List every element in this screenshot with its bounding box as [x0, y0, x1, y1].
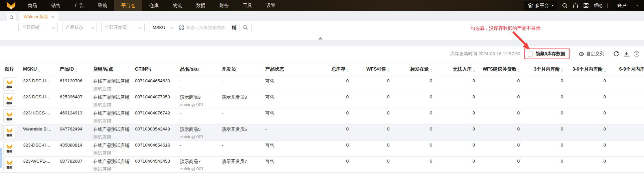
nav-item-warehouse[interactable]: 仓库: [142, 0, 166, 11]
cell-developer: 演示开发员5: [217, 124, 261, 141]
batch-search-icon[interactable]: [179, 25, 184, 30]
cell-developer: 演示开发员3: [217, 92, 261, 108]
sort-icon[interactable]: [75, 69, 77, 72]
nav-item-ads[interactable]: 广告: [67, 0, 91, 11]
table-row[interactable]: 赛狐323H-DCS-...469124913在线产品测试店铺测试店铺00710…: [0, 108, 644, 124]
inventory-panel: 库存更新时间:2024-05-16 12:57:00 隐藏0库存数据 自定义列 …: [0, 46, 644, 174]
home-tab-button[interactable]: [7, 13, 16, 21]
nav-item-products[interactable]: 商品: [21, 0, 44, 11]
help-link[interactable]: 帮助: [594, 3, 603, 9]
divider: [574, 52, 574, 57]
nav-item-settings[interactable]: 设置: [259, 0, 283, 11]
cell-inbound: 0: [395, 157, 438, 173]
nav-menu: 商品销售广告采购平台仓仓库物流数据财务工具设置: [21, 0, 283, 11]
table-row[interactable]: 赛狐323-DCS-H...625396487在线产品测试店铺测试店铺00710…: [0, 92, 644, 108]
cell-image: 赛狐: [0, 76, 18, 92]
col-header-msku[interactable]: MSKU: [18, 62, 55, 76]
table-row[interactable]: 赛狐323-DSC-H...619120706在线产品测试店铺测试店铺00710…: [0, 76, 644, 92]
col-header-gtin: GTIN码: [130, 62, 175, 76]
developer-filter-select[interactable]: 全部开发员: [101, 23, 145, 32]
sort-icon[interactable]: [518, 69, 520, 72]
cell-msku: 323-DSC-H...: [18, 141, 55, 157]
cell-age-3-6m: 0: [569, 141, 611, 157]
product-status-select[interactable]: 产品状态: [62, 23, 97, 32]
thumbnail-brand-label: 赛狐: [6, 150, 12, 153]
developer-filter-value: 全部开发员: [105, 24, 127, 30]
product-thumbnail: 赛狐: [3, 158, 15, 171]
cell-product-id: 947762494: [55, 124, 89, 141]
cell-total-stock: 0: [306, 108, 354, 124]
multi-platform-selector[interactable]: 多平台: [524, 1, 557, 10]
multi-platform-label: 多平台: [535, 3, 549, 9]
question-help-icon[interactable]: ?: [634, 51, 639, 57]
cell-name-sku: --: [175, 108, 217, 124]
cell-store-site: 在线产品测试店铺测试店铺: [89, 92, 130, 108]
sort-icon[interactable]: [561, 69, 563, 72]
headset-icon[interactable]: [573, 3, 579, 9]
search-submit-icon[interactable]: [240, 25, 251, 30]
nav-item-platform-warehouse[interactable]: 平台仓: [114, 0, 142, 11]
customize-columns-button[interactable]: 自定义列: [579, 51, 604, 57]
hide-zero-stock-label[interactable]: 隐藏0库存数据: [535, 51, 565, 57]
nav-item-sales[interactable]: 销售: [44, 0, 67, 11]
col-header-total-stock[interactable]: 总库存: [306, 62, 354, 76]
cell-unable-inbound: 0: [438, 124, 480, 141]
col-header-store-site: 店铺/站点: [89, 62, 130, 76]
cell-product-id: 619120706: [55, 76, 89, 92]
search-field-type-select[interactable]: MSKU: [149, 25, 176, 30]
cell-name-sku: 演示商品3zuixinyj-001: [175, 92, 217, 108]
col-header-name-sku: 品名/sku: [175, 62, 217, 76]
table-row[interactable]: 赛狐323-WCP1-...687782687在线产品测试店铺测试店铺00710…: [0, 157, 644, 173]
store-filter-select[interactable]: 全部店铺: [18, 23, 58, 32]
collapse-filters-caret[interactable]: [318, 37, 323, 39]
cell-msku: 323H-DCS-...: [18, 108, 55, 124]
col-header-age-6-9m[interactable]: 6-9个月内库龄: [611, 62, 644, 76]
saihu-fox-logo[interactable]: [6, 1, 16, 10]
nav-item-data[interactable]: 数据: [189, 0, 212, 11]
sort-icon[interactable]: [387, 69, 389, 72]
table-row[interactable]: 赛狐Wearable Bl...947762494在线产品测试店铺测试店铺007…: [0, 124, 644, 141]
apps-grid-icon[interactable]: [583, 3, 589, 8]
col-header-unable-inbound[interactable]: 无法入库: [438, 62, 480, 76]
col-header-product-id[interactable]: 产品ID: [55, 62, 89, 76]
cell-gtin: 00710303543448: [130, 124, 175, 141]
col-header-image: 图片: [0, 62, 18, 76]
sort-icon[interactable]: [604, 69, 606, 72]
table-toolbar: 库存更新时间:2024-05-16 12:57:00 隐藏0库存数据 自定义列 …: [0, 46, 644, 62]
sort-icon[interactable]: [473, 69, 475, 72]
tab-close-icon[interactable]: ×: [51, 14, 54, 19]
cell-msku: Wearable Bl...: [18, 124, 55, 141]
refresh-icon[interactable]: [613, 51, 619, 57]
col-header-wfs-restock[interactable]: WFS建议补货数: [480, 62, 525, 76]
sort-icon[interactable]: [38, 69, 40, 72]
hide-zero-stock-highlight: 隐藏0库存数据: [524, 49, 570, 59]
col-header-age-3m[interactable]: 3个月内库龄: [525, 62, 569, 76]
cell-age-3-6m: 0: [569, 157, 611, 173]
thumbnail-brand-label: 赛狐: [6, 134, 12, 137]
download-icon[interactable]: [624, 51, 629, 57]
nav-item-purchase[interactable]: 采购: [91, 0, 114, 11]
nav-item-logistics[interactable]: 物流: [166, 0, 189, 11]
layers-icon: [527, 3, 533, 8]
sort-icon[interactable]: [430, 69, 432, 72]
cell-product-status: 可售: [261, 157, 306, 173]
col-header-age-3-6m[interactable]: 3-6个月内库龄: [569, 62, 611, 76]
search-field-type-value: MSKU: [153, 25, 165, 30]
hide-zero-stock-checkbox[interactable]: [528, 52, 533, 57]
divider: [609, 52, 609, 57]
cell-wfs-restock: 0: [480, 157, 525, 173]
account-chevron-icon[interactable]: [636, 5, 639, 6]
search-icon[interactable]: [562, 3, 568, 9]
tab-walmart-inventory[interactable]: Walmart库存 ×: [19, 12, 58, 21]
nav-item-tools[interactable]: 工具: [236, 0, 259, 11]
nav-item-finance[interactable]: 财务: [212, 0, 236, 11]
search-input[interactable]: [186, 25, 230, 30]
exact-match-toggle[interactable]: 精: [230, 24, 240, 31]
cell-total-stock: 0: [306, 124, 354, 141]
account-button[interactable]: 账户: [612, 1, 631, 10]
col-header-wfs-sellable[interactable]: WFS可售: [354, 62, 395, 76]
col-header-inbound[interactable]: 标发在途: [395, 62, 438, 76]
sort-icon[interactable]: [347, 69, 349, 72]
cell-age-3m: 0: [525, 76, 569, 92]
table-row[interactable]: 赛狐323-DSC-H...435888814在线产品测试店铺测试店铺00710…: [0, 141, 644, 157]
